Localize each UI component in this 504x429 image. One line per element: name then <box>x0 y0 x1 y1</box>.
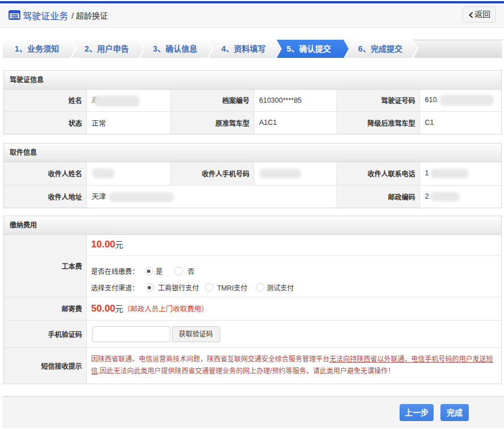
svg-text:2、用户申告: 2、用户申告 <box>85 44 129 53</box>
svg-text:1、业务须知: 1、业务须知 <box>15 44 59 53</box>
svg-text:3、确认信息: 3、确认信息 <box>153 44 198 53</box>
svg-text:4、资料填写: 4、资料填写 <box>221 44 266 53</box>
svg-text:6、完成提交: 6、完成提交 <box>358 44 402 53</box>
svg-text:5、确认提交: 5、确认提交 <box>287 44 331 53</box>
